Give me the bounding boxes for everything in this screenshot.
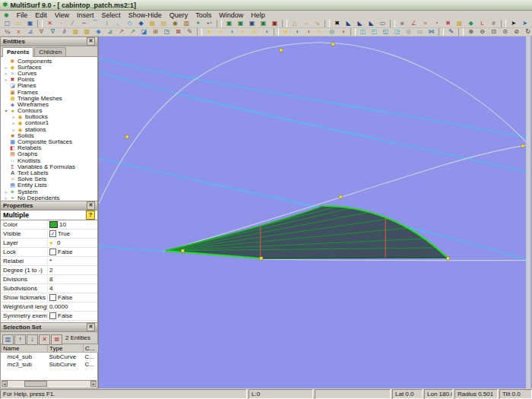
insert-point-button[interactable]: · — [55, 20, 67, 28]
measure-blank-button[interactable]: ■ — [397, 20, 408, 28]
property-value-degree-1-to[interactable]: 2 — [48, 267, 97, 274]
property-value-layer[interactable]: ●0 — [48, 239, 97, 246]
select-off-button[interactable]: ✖ — [331, 20, 343, 28]
paste-button[interactable]: ◲ — [391, 28, 403, 36]
tree-item-triangle-meshes[interactable]: ▦Triangle Meshes — [1, 95, 97, 101]
relabel-tool-button[interactable]: ✎ — [184, 28, 195, 36]
view-plan-button[interactable]: ▣ — [246, 20, 258, 28]
label-tool-button[interactable]: L — [477, 20, 488, 28]
measure-table-button[interactable]: ▦ — [454, 20, 465, 28]
view-profile-button[interactable]: ▣ — [258, 20, 269, 28]
show-parents-button[interactable]: ◐ — [238, 28, 249, 36]
tree-item-solve-sets[interactable]: =Solve Sets — [1, 176, 97, 182]
measure-angle-button[interactable]: ≈ — [420, 20, 431, 28]
select-box-button[interactable]: ▭ — [377, 20, 388, 28]
insert-patch-button[interactable]: ◆ — [135, 20, 147, 28]
chevron-right-icon[interactable]: ▹ — [11, 114, 17, 119]
export-view-button[interactable]: ◎ — [403, 28, 414, 36]
offset-button[interactable]: ▦ — [70, 28, 81, 36]
property-value-weight-unit-length[interactable]: 0.0000 — [48, 303, 97, 310]
properties-close-icon[interactable]: ✕ — [87, 201, 95, 210]
checkbox-unchecked-icon[interactable] — [49, 249, 56, 255]
property-value-divisions[interactable]: 8 — [48, 276, 97, 283]
mirror-button[interactable]: ▩ — [81, 28, 93, 36]
copy-image-button[interactable]: ◰ — [369, 28, 380, 36]
column-header-name[interactable]: Name — [2, 344, 48, 353]
insert-line-button[interactable]: ∕ — [67, 20, 78, 28]
overlay-button[interactable]: ⋈ — [426, 28, 437, 36]
checkbox-unchecked-icon[interactable] — [49, 312, 56, 319]
drop-knot-button[interactable]: ⊠ — [173, 28, 184, 36]
tree-item-stations[interactable]: ▹◉stations — [1, 126, 97, 132]
chevron-right-icon[interactable]: ▹ — [3, 189, 9, 195]
insert-knot-button[interactable]: ◳ — [161, 28, 173, 36]
print-view-button[interactable]: ▭ — [414, 28, 426, 36]
show-all-2-button[interactable]: ● — [280, 28, 292, 36]
open-file-button[interactable]: ▭ — [13, 20, 24, 28]
tree-item-entity-lists[interactable]: ▤Entity Lists — [1, 182, 97, 188]
property-value-symmetry-exempt[interactable]: False — [48, 312, 97, 319]
chevron-right-icon[interactable]: ▹ — [3, 71, 9, 76]
property-value-lock[interactable]: False — [48, 249, 97, 255]
menu-help[interactable]: Help — [247, 11, 269, 19]
hide-curves-button[interactable]: ◎ — [326, 28, 337, 36]
tree-item-relabels[interactable]: ◧Relabels — [1, 145, 97, 151]
property-value-visible[interactable]: ✓True — [48, 230, 97, 237]
tree-item-wireframes[interactable]: ◈Wireframes — [1, 101, 97, 107]
tab-children[interactable]: Children — [34, 47, 66, 56]
property-value-show-tickmarks[interactable]: False — [48, 294, 97, 301]
chevron-right-icon[interactable]: ▹ — [3, 65, 9, 70]
entities-close-icon[interactable]: ✕ — [87, 37, 95, 46]
selection-list-button[interactable]: ▥ — [2, 334, 14, 345]
checkbox-checked-icon[interactable]: ✓ — [49, 230, 56, 237]
rotate-button[interactable]: ◈ — [93, 28, 104, 36]
menu-show-hide[interactable]: Show-Hide — [125, 11, 166, 19]
show-selected-button[interactable]: ◗ — [215, 28, 226, 36]
view-wireframe-button[interactable]: ▣ — [223, 20, 235, 28]
show-curves-button[interactable]: ◐ — [315, 28, 326, 36]
array-button[interactable]: ⊞ — [150, 28, 161, 36]
insert-edge-button[interactable]: ◟ — [112, 20, 124, 28]
select-curve-button[interactable]: ◣ — [354, 20, 366, 28]
measure-delete-button[interactable]: ✖ — [442, 20, 454, 28]
stretch-button[interactable]: ↔ — [300, 20, 312, 28]
property-value-relabel[interactable]: * — [48, 258, 97, 264]
find-entity-button[interactable]: ◉ — [169, 20, 181, 28]
mass-properties-button[interactable]: ◆ — [465, 20, 477, 28]
join-button[interactable]: ∀ — [36, 28, 47, 36]
column-header-type[interactable]: Type — [48, 344, 84, 353]
scroll-right-icon[interactable]: ▸ — [90, 381, 97, 387]
quick-entity-button[interactable]: ✦ — [192, 20, 204, 28]
tree-item-composite-surfaces[interactable]: ▩Composite Surfaces — [1, 138, 97, 144]
tree-item-points[interactable]: ▹✖Points — [1, 77, 97, 83]
delete-entity-button[interactable]: ✕ — [44, 20, 55, 28]
show-points-button[interactable]: ◗ — [292, 28, 303, 36]
copy-all-button[interactable]: ◱ — [380, 28, 391, 36]
copy-entities-button[interactable]: ◫ — [357, 28, 369, 36]
menu-select[interactable]: Select — [98, 11, 125, 19]
zoom-previous-button[interactable]: ⊙ — [499, 28, 511, 36]
tree-item-graphs[interactable]: ▤Graphs — [1, 151, 97, 157]
clear-selection-button[interactable]: ⊠ — [51, 334, 62, 345]
scale-button[interactable]: ⊿ — [104, 28, 116, 36]
selection-set-close-icon[interactable]: ✕ — [87, 323, 95, 331]
locus-tool-button[interactable]: # — [488, 20, 499, 28]
shear-button[interactable]: ↗ — [116, 28, 127, 36]
invert-visibility-button[interactable]: ◑ — [261, 28, 272, 36]
table-row[interactable]: mc3_subSubCurveC...0 — [2, 360, 112, 368]
insert-table-button[interactable]: ▤ — [158, 20, 169, 28]
menu-insert[interactable]: Insert — [73, 11, 98, 19]
insert-bead-button[interactable]: ∼ — [78, 20, 90, 28]
menu-query[interactable]: Query — [166, 11, 192, 19]
tree-item-buttocks[interactable]: ▹◉buttocks — [1, 114, 97, 120]
intersect-button[interactable]: ∂ — [59, 28, 70, 36]
select-point-button[interactable]: ◣ — [343, 20, 354, 28]
draw-pen-button[interactable]: ✎ — [445, 28, 457, 36]
insert-grid-button[interactable]: ▦ — [147, 20, 158, 28]
tree-item-contours[interactable]: ▾●Contours — [1, 108, 97, 114]
new-file-button[interactable]: ▢ — [2, 20, 13, 28]
chevron-right-icon[interactable]: ▹ — [3, 77, 9, 82]
move-up-button[interactable]: ↑ — [14, 334, 26, 345]
catalog-button[interactable]: ▥ — [181, 20, 192, 28]
checkbox-unchecked-icon[interactable] — [49, 294, 56, 301]
